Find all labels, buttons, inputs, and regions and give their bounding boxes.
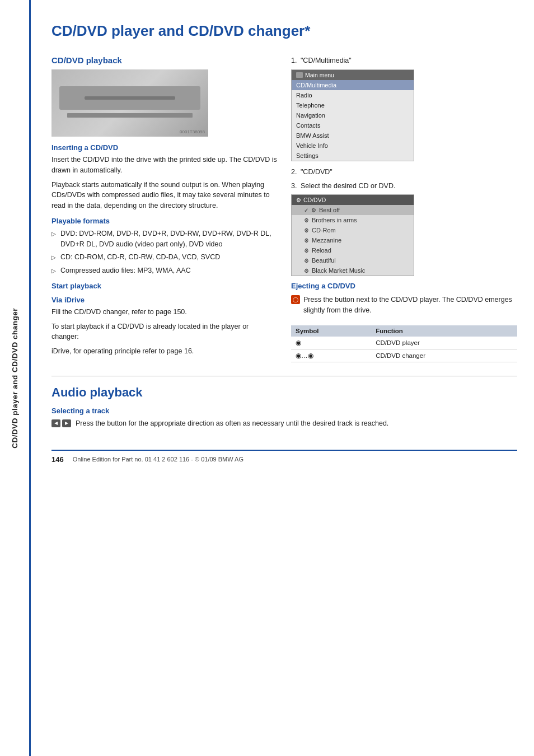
main-menu-title: Main menu <box>305 72 334 78</box>
prev-track-button[interactable]: ◀ <box>51 419 60 427</box>
table-row: ◉ CD/DVD player <box>291 337 517 349</box>
function-cd-changer: CD/DVD changer <box>371 349 517 362</box>
cd-item-icon2: ⚙ <box>311 207 316 213</box>
main-menu-screenshot: Main menu CD/Multimedia Radio Telephone … <box>291 69 414 161</box>
step1-label: "CD/Multimedia" <box>301 57 352 64</box>
cd-icon-blackmarket: ⚙ <box>304 268 309 274</box>
symbol-cd-player: ◉ <box>291 337 371 349</box>
page-title: CD/DVD player and CD/DVD changer* <box>51 22 517 40</box>
symbol-col-header: Symbol <box>291 325 371 337</box>
via-idrive-text3-span: iDrive, for operating principle refer to… <box>51 347 194 355</box>
playable-formats-heading: Playable formats <box>51 217 278 225</box>
selecting-track-heading: Selecting a track <box>51 407 517 415</box>
cd-dvd-menu-screenshot: ⚙ CD/DVD ✓ ⚙ Best off ⚙ Brothers in arms… <box>291 194 414 276</box>
step1-num: 1. <box>291 57 297 64</box>
ejecting-heading: Ejecting a CD/DVD <box>291 282 517 290</box>
menu-item-navigation[interactable]: Navigation <box>292 110 414 120</box>
menu-item-contacts[interactable]: Contacts <box>292 120 414 130</box>
cd-item-bestoff-label: Best off <box>319 207 340 213</box>
cd-dvd-playback-heading: CD/DVD playback <box>51 55 278 65</box>
sidebar-border-line <box>29 0 31 756</box>
device-image: 0001T38098 <box>51 69 208 137</box>
step2-label: "CD/DVD" <box>301 168 332 176</box>
format-cd: CD: CD-ROM, CD-R, CD-RW, CD-DA, VCD, SVC… <box>51 252 278 263</box>
step3-label: Select the desired CD or DVD. <box>301 182 396 190</box>
ejecting-text: Press the button next to the CD/DVD play… <box>303 295 517 316</box>
footer-note: Online Edition for Part no. 01 41 2 602 … <box>73 456 243 463</box>
step2-num: 2. <box>291 168 297 176</box>
cd-item-blackmarket-label: Black Market Music <box>312 267 365 274</box>
cd-menu-item-brothers[interactable]: ⚙ Brothers in arms <box>292 215 414 225</box>
cd-menu-item-blackmarket[interactable]: ⚙ Black Market Music <box>292 265 414 276</box>
selecting-track-text: Press the button for the appropriate dir… <box>76 418 388 429</box>
selecting-track-row: ◀ ▶ Press the button for the appropriate… <box>51 418 517 433</box>
right-column: 1. "CD/Multimedia" Main menu CD/Multimed… <box>291 55 517 368</box>
symbol-table: Symbol Function ◉ CD/DVD player ◉…◉ CD/D… <box>291 325 517 362</box>
cd-icon-brothers: ⚙ <box>304 217 309 223</box>
function-col-header: Function <box>371 325 517 337</box>
inserting-text1: Insert the CD/DVD into the drive with th… <box>51 155 278 176</box>
cd-icon-mezzanine: ⚙ <box>304 237 309 244</box>
cd-menu-item-mezzanine[interactable]: ⚙ Mezzanine <box>292 235 414 245</box>
track-buttons: ◀ ▶ <box>51 419 71 427</box>
step3: 3. Select the desired CD or DVD. <box>291 181 517 192</box>
step3-num: 3. <box>291 182 297 190</box>
via-idrive-text3: iDrive, for operating principle refer to… <box>51 346 278 357</box>
start-playback-heading: Start playback <box>51 282 278 290</box>
menu-item-cd-multimedia[interactable]: CD/Multimedia <box>292 80 414 90</box>
format-compressed: Compressed audio files: MP3, WMA, AAC <box>51 265 278 276</box>
left-column: CD/DVD playback 0001T38098 Inserting a C… <box>51 55 278 368</box>
menu-item-radio[interactable]: Radio <box>292 90 414 100</box>
cd-item-brothers-label: Brothers in arms <box>312 217 357 223</box>
menu-icon-sm <box>296 72 303 78</box>
cd-menu-item-bestoff[interactable]: ✓ ⚙ Best off <box>292 205 414 215</box>
check-icon: ✓ <box>304 207 308 213</box>
cd-item-beautiful-label: Beautiful <box>312 257 336 264</box>
format-dvd: DVD: DVD-ROM, DVD-R, DVD+R, DVD-RW, DVD+… <box>51 228 278 250</box>
page-number: 146 <box>51 455 64 464</box>
cd-item-reload-label: Reload <box>312 247 331 254</box>
audio-playback-heading: Audio playback <box>51 385 517 400</box>
via-idrive-heading: Via iDrive <box>51 296 278 304</box>
main-menu-title-bar: Main menu <box>292 70 414 80</box>
step2: 2. "CD/DVD" <box>291 167 517 178</box>
sidebar-text: CD/DVD player and CD/DVD changer <box>11 308 19 449</box>
table-row: ◉…◉ CD/DVD changer <box>291 349 517 362</box>
next-track-button[interactable]: ▶ <box>62 419 71 427</box>
cd-menu-title: CD/DVD <box>303 197 326 203</box>
menu-item-bmw-assist[interactable]: BMW Assist <box>292 130 414 141</box>
cd-item-mezzanine-label: Mezzanine <box>312 237 341 244</box>
via-idrive-text1-span: Fill the CD/DVD changer, refer to page 1… <box>51 308 187 316</box>
inserting-text2: Playback starts automatically if the sou… <box>51 180 278 211</box>
menu-item-vehicle-info[interactable]: Vehicle Info <box>292 141 414 151</box>
cd-menu-item-beautiful[interactable]: ⚙ Beautiful <box>292 255 414 265</box>
step1: 1. "CD/Multimedia" <box>291 55 517 66</box>
eject-button-icon: ◯ <box>291 295 300 304</box>
section-divider <box>51 376 517 376</box>
function-cd-player: CD/DVD player <box>371 337 517 349</box>
cd-menu-item-reload[interactable]: ⚙ Reload <box>292 245 414 255</box>
inserting-heading: Inserting a CD/DVD <box>51 143 278 152</box>
cd-menu-header: ⚙ CD/DVD <box>292 195 414 205</box>
symbol-cd-changer: ◉…◉ <box>291 349 371 362</box>
via-idrive-text2: To start playback if a CD/DVD is already… <box>51 321 278 343</box>
footer: 146 Online Edition for Part no. 01 41 2 … <box>51 450 517 464</box>
formats-list: DVD: DVD-ROM, DVD-R, DVD+R, DVD-RW, DVD+… <box>51 228 278 276</box>
menu-item-telephone[interactable]: Telephone <box>292 100 414 110</box>
sidebar-label: CD/DVD player and CD/DVD changer <box>0 0 29 756</box>
menu-item-settings[interactable]: Settings <box>292 151 414 161</box>
two-column-layout: CD/DVD playback 0001T38098 Inserting a C… <box>51 55 517 368</box>
cd-icon-reload: ⚙ <box>304 248 309 254</box>
eject-note: ◯ Press the button next to the CD/DVD pl… <box>291 295 517 320</box>
cd-menu-item-cdrom[interactable]: ⚙ CD-Rom <box>292 225 414 235</box>
via-idrive-text1: Fill the CD/DVD changer, refer to page 1… <box>51 307 278 318</box>
cd-icon-beautiful: ⚙ <box>304 258 309 264</box>
cd-item-cdrom-label: CD-Rom <box>312 227 336 234</box>
cd-icon-cdrom: ⚙ <box>304 227 309 234</box>
main-content: CD/DVD player and CD/DVD changer* CD/DVD… <box>40 0 534 486</box>
